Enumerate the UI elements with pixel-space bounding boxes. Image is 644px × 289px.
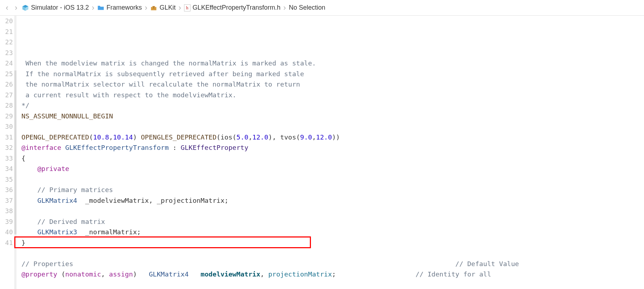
code-token: ( (89, 132, 93, 143)
breadcrumb-item-frameworks[interactable]: Frameworks (97, 4, 142, 11)
code-token: @private (38, 163, 69, 174)
code-token: , (260, 269, 268, 280)
code-line[interactable]: } (21, 237, 644, 248)
code-token: ( (57, 269, 65, 280)
svg-rect-0 (153, 8, 154, 8)
code-token: ) (133, 132, 141, 143)
code-token (21, 163, 38, 174)
code-token: 10.14 (113, 132, 133, 143)
code-token: 12.0 (252, 132, 268, 143)
code-token (21, 185, 38, 195)
breadcrumb-label: No Selection (289, 4, 325, 11)
header-file-icon: h (184, 4, 190, 11)
line-number: 37 (0, 195, 13, 206)
breadcrumb-item-selection[interactable]: No Selection (289, 4, 325, 11)
code-line[interactable]: GLKMatrix4 _modelviewMatrix, _projection… (21, 195, 644, 206)
code-line[interactable]: OPENGL_DEPRECATED(10.8,10.14) OPENGLES_D… (21, 132, 644, 143)
line-number: 20 (0, 16, 13, 26)
editor: 2021222324252627282930313233343536373839… (0, 16, 644, 289)
code-token: , (109, 132, 113, 143)
breadcrumb-label: Frameworks (106, 4, 142, 11)
code-token: 5.0 (237, 132, 248, 143)
code-token: the normalMatrix selector will recalcula… (21, 79, 300, 90)
code-line[interactable]: */ (21, 100, 644, 111)
code-token: , (312, 132, 316, 143)
line-number: 41 (0, 237, 13, 248)
breadcrumb-separator-icon: › (283, 3, 287, 13)
code-token: @property (21, 269, 57, 280)
code-line[interactable] (21, 48, 644, 58)
code-token: , (101, 269, 109, 280)
breadcrumb-label: GLKEffectPropertyTransform.h (193, 4, 281, 11)
line-number: 35 (0, 174, 13, 185)
line-number: 31 (0, 132, 13, 143)
folder-icon (97, 4, 104, 11)
line-number: 30 (0, 121, 13, 132)
code-token: nonatomic (65, 269, 101, 280)
line-number: 24 (0, 58, 13, 69)
code-token: GLKMatrix3 (38, 227, 77, 237)
code-line[interactable]: the normalMatrix selector will recalcula… (21, 79, 644, 90)
nav-forward-button[interactable]: › (13, 3, 19, 13)
code-line[interactable]: If the normalMatrix is subsequently retr… (21, 69, 644, 79)
code-token: GLKEffectProperty (181, 142, 248, 153)
code-line[interactable]: @interface GLKEffectPropertyTransform : … (21, 142, 644, 153)
code-token: NS_ASSUME_NONNULL_BEGIN (21, 111, 113, 122)
code-token: If the normalMatrix is subsequently retr… (21, 69, 304, 79)
breadcrumb-separator-icon: › (91, 3, 95, 13)
code-line[interactable] (21, 174, 644, 185)
code-line[interactable]: // Properties // Default Value (21, 259, 644, 269)
code-line[interactable]: { (21, 153, 644, 164)
breadcrumb-label: GLKit (159, 4, 175, 11)
code-line[interactable]: When the modelview matrix is changed the… (21, 58, 644, 69)
line-number: 29 (0, 111, 13, 122)
code-token: 9.0 (300, 132, 312, 143)
line-number: 39 (0, 216, 13, 227)
code-token (61, 142, 65, 153)
code-line[interactable] (21, 248, 644, 259)
code-token: ; (332, 269, 403, 280)
line-number: 40 (0, 227, 13, 237)
code-line[interactable] (21, 206, 644, 216)
code-line[interactable]: @property (nonatomic, assign) GLKMatrix4… (21, 269, 644, 280)
breadcrumb-item-glkit[interactable]: GLKit (150, 4, 175, 11)
code-token (21, 227, 38, 237)
code-token: ) (133, 269, 149, 280)
breadcrumb-separator-icon: › (144, 3, 148, 13)
breadcrumb-item-simulator[interactable]: Simulator - iOS 13.2 (22, 4, 89, 11)
code-area[interactable]: When the modelview matrix is changed the… (16, 16, 644, 289)
code-token: // Default Value (444, 259, 519, 269)
code-token: 12.0 (316, 132, 332, 143)
line-number: 23 (0, 48, 13, 58)
code-line[interactable]: NS_ASSUME_NONNULL_BEGIN (21, 111, 644, 122)
nav-back-button[interactable]: ‹ (4, 3, 10, 13)
code-token: (ios( (217, 132, 237, 143)
toolbox-icon (150, 4, 157, 11)
line-number: 26 (0, 79, 13, 90)
code-token: )) (332, 132, 340, 143)
code-token: 10.8 (93, 132, 109, 143)
code-token: // Properties (21, 259, 444, 269)
breadcrumb-bar: ‹ › Simulator - iOS 13.2 › Frameworks › … (0, 0, 644, 16)
code-line[interactable]: GLKMatrix3 _normalMatrix; (21, 227, 644, 237)
code-line[interactable]: // Derived matrix (21, 216, 644, 227)
code-line[interactable]: // Primary matrices (21, 185, 644, 195)
code-token: } (21, 237, 25, 248)
breadcrumb-separator-icon: › (178, 3, 182, 13)
code-token (189, 269, 200, 280)
code-token: a current result with respect to the mod… (21, 90, 236, 101)
code-line[interactable] (21, 121, 644, 132)
code-token: projectionMatrix (268, 269, 332, 280)
code-token: // Identity for all (403, 269, 491, 280)
line-number: 34 (0, 163, 13, 174)
code-token: _normalMatrix; (77, 227, 141, 237)
code-line[interactable]: a current result with respect to the mod… (21, 90, 644, 101)
code-line[interactable]: @private (21, 163, 644, 174)
code-token: When the modelview matrix is changed the… (21, 58, 316, 69)
box-icon (22, 4, 29, 11)
breadcrumb-item-file[interactable]: h GLKEffectPropertyTransform.h (184, 4, 281, 11)
line-number: 33 (0, 153, 13, 164)
line-number-gutter: 2021222324252627282930313233343536373839… (0, 16, 16, 289)
line-number: 25 (0, 69, 13, 79)
code-token: modelviewMatrix (200, 269, 260, 280)
